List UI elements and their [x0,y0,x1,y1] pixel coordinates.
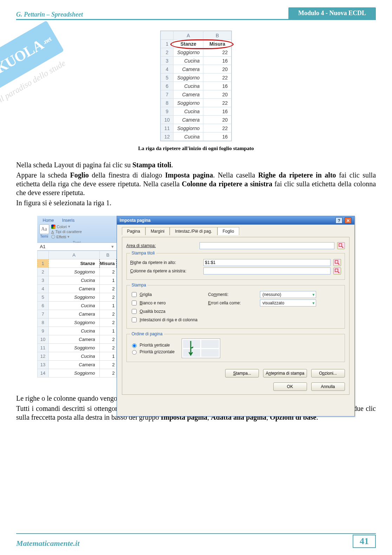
page-order-preview [182,338,220,358]
print-area-label: Area di stampa: [126,243,197,248]
cols-repeat-label: Colonne da ripetere a sinistra: [130,269,201,273]
page-order-legend: Ordine di pagina [130,331,164,336]
cols-repeat-input[interactable] [203,267,331,275]
arrow-icon [188,340,193,356]
range-picker-icon[interactable] [333,267,341,275]
header-rule [16,19,376,20]
print-area-input[interactable] [200,242,334,249]
dialog-titlebar: Imposta pagina ? ✕ [117,216,354,225]
doc-module: Modulo 4 - Nuova ECDL [288,7,376,19]
fonts-button[interactable]: ATipi di carattere [51,230,82,234]
rows-repeat-label: Righe da ripetere in alto: [130,260,201,265]
dialog-title: Imposta pagina [120,218,151,223]
themes-button[interactable]: Aa [39,224,49,234]
spreadsheet-grid[interactable]: AB1StanzeMisura2Soggiorno23Cucina14Camer… [37,251,117,377]
print-button[interactable]: Stampa... [225,369,259,377]
preview-button[interactable]: Anteprima di stampa [263,369,307,377]
footer-site: Matematicamente.it [16,539,79,548]
print-titles-legend: Stampa titoli [130,251,156,256]
paragraph-1b: Appare la scheda Foglio della finestra d… [16,171,376,197]
headings-checkbox[interactable]: Intestazioni di riga e di colonna [130,316,198,323]
figure2: Home Inseris Aa Temi Colori ▾ ATipi di c… [37,216,355,377]
doc-author: G. Pettarin – Spreadsheet [16,11,83,19]
order-horizontal-radio[interactable]: Priorità orizzontale [130,349,175,355]
range-picker-icon[interactable] [333,259,341,266]
footer-rule [16,533,376,534]
svg-rect-2 [335,269,338,272]
name-box[interactable]: A1 ▾ [37,243,117,251]
dialog-tab[interactable]: Intestaz./Piè di pag. [170,227,217,235]
ok-button[interactable]: OK [273,382,307,391]
errors-label: Errori cella come: [208,301,257,305]
help-button[interactable]: ? [335,217,342,224]
spreadsheet-mini: AB1StanzeMisura2Soggiorno223Cucina164Cam… [160,31,232,141]
cancel-button[interactable]: Annulla [311,382,345,391]
gridlines-checkbox[interactable]: Griglia [130,291,198,298]
ribbon-tab-home[interactable]: Home [39,217,58,224]
comments-label: Commenti: [208,292,257,297]
paragraph-1a: Nella scheda Layout di pagina fai clic s… [16,161,376,169]
themes-button-label: Temi [39,234,49,238]
svg-rect-0 [339,244,342,246]
page-number: 41 [353,535,376,548]
order-vertical-radio[interactable]: Priorità verticale [130,342,175,348]
dialog-tab[interactable]: Pagina [122,227,145,235]
rows-repeat-input[interactable] [203,259,331,266]
range-picker-icon[interactable] [337,242,345,249]
svg-rect-1 [335,260,338,263]
comments-select[interactable]: (nessuno)▼ [260,291,316,298]
effects-button[interactable]: Effetti ▾ [51,234,82,239]
dialog-tab[interactable]: Foglio [217,227,240,235]
print-options-group: Stampa Griglia Bianco e nero Qualità boz… [126,283,345,329]
print-options-legend: Stampa [130,283,148,288]
dialog-tab[interactable]: Margini [145,227,170,235]
page-setup-dialog: Imposta pagina ? ✕ PaginaMarginiIntestaz… [117,216,355,417]
figure1-caption: La riga da ripetere all'inizio di ogni f… [16,146,376,151]
ribbon-tab-insert[interactable]: Inseris [59,217,78,224]
palette-icon [51,225,55,229]
paragraph-1c: In figura si è selezionata la riga 1. [16,199,376,207]
bw-checkbox[interactable]: Bianco e nero [130,299,198,306]
page-order-group: Ordine di pagina Priorità verticale Prio… [126,331,345,362]
errors-select[interactable]: visualizzato▼ [260,299,316,306]
options-button[interactable]: Opzioni... [311,369,345,377]
ribbon: Home Inseris Aa Temi Colori ▾ ATipi di c… [37,216,117,243]
colors-button[interactable]: Colori ▾ [51,224,82,229]
draft-checkbox[interactable]: Qualità bozza [130,308,198,315]
print-titles-group: Stampa titoli Righe da ripetere in alto:… [126,251,345,280]
close-button[interactable]: ✕ [345,217,352,224]
circle-icon [51,235,55,239]
